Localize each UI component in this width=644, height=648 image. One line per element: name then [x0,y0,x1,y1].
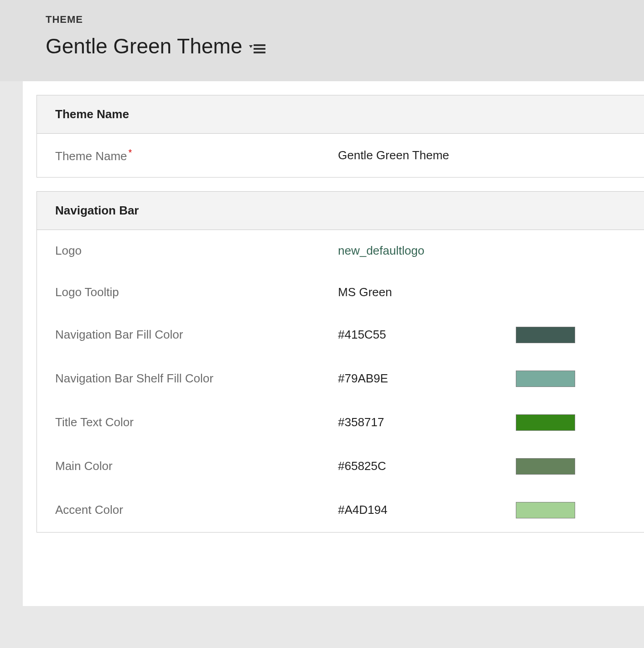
nav-shelf-fill-color-swatch[interactable] [516,371,575,387]
theme-name-label: Theme Name* [55,147,338,163]
main-color-label: Main Color [55,459,338,473]
title-text-color-row: Title Text Color #358717 [37,401,644,444]
theme-name-label-text: Theme Name [55,149,127,163]
page-header: THEME Gentle Green Theme [0,0,644,81]
title-text-color-swatch[interactable] [516,414,575,431]
main-color-row: Main Color #65825C [37,444,644,488]
breadcrumb: THEME [46,14,644,26]
logo-tooltip-label: Logo Tooltip [55,285,338,299]
main-color-input[interactable]: #65825C [338,459,511,473]
theme-name-panel: Theme Name Theme Name* Gentle Green Them… [36,95,644,178]
logo-link[interactable]: new_defaultlogo [338,244,511,258]
title-row: Gentle Green Theme [46,34,644,58]
title-text-color-label: Title Text Color [55,415,338,429]
nav-shelf-fill-color-row: Navigation Bar Shelf Fill Color #79AB9E [37,357,644,401]
navigation-bar-heading: Navigation Bar [37,192,644,230]
logo-tooltip-input[interactable]: MS Green [338,285,511,299]
nav-fill-color-input[interactable]: #415C55 [338,328,511,342]
theme-name-row: Theme Name* Gentle Green Theme [37,134,644,177]
theme-name-heading: Theme Name [37,95,644,134]
accent-color-input[interactable]: #A4D194 [338,503,511,517]
main-color-swatch[interactable] [516,458,575,475]
title-text-color-input[interactable]: #358717 [338,415,511,429]
nav-fill-color-swatch[interactable] [516,327,575,343]
accent-color-label: Accent Color [55,503,338,517]
content-area: Theme Name Theme Name* Gentle Green Them… [23,81,644,606]
navigation-bar-panel: Navigation Bar Logo new_defaultlogo Logo… [36,191,644,533]
title-menu-icon[interactable] [254,44,265,53]
logo-row: Logo new_defaultlogo [37,230,644,272]
required-asterisk-icon: * [129,147,132,157]
nav-shelf-fill-color-input[interactable]: #79AB9E [338,371,511,386]
logo-tooltip-row: Logo Tooltip MS Green [37,272,644,313]
accent-color-swatch[interactable] [516,502,575,518]
theme-name-input[interactable]: Gentle Green Theme [338,148,511,162]
nav-shelf-fill-color-label: Navigation Bar Shelf Fill Color [55,371,338,386]
page-title: Gentle Green Theme [46,34,242,58]
nav-fill-color-row: Navigation Bar Fill Color #415C55 [37,313,644,357]
logo-label: Logo [55,244,338,258]
nav-fill-color-label: Navigation Bar Fill Color [55,328,338,342]
accent-color-row: Accent Color #A4D194 [37,488,644,532]
